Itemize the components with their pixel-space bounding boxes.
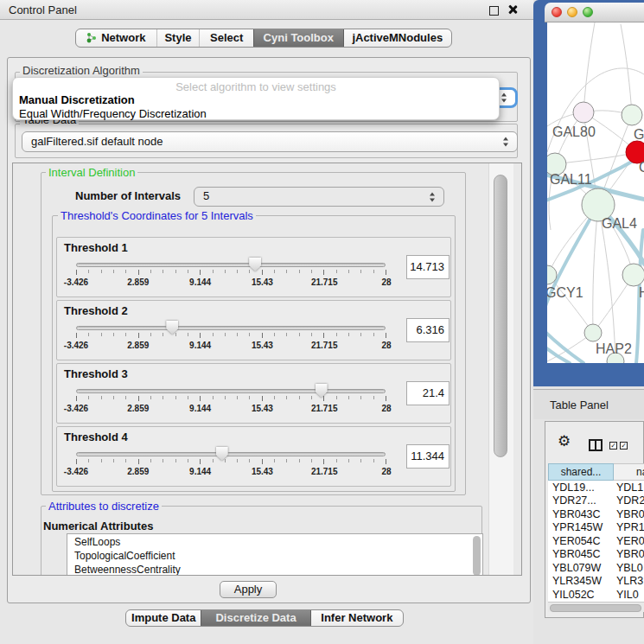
- attributes-group-title: Attributes to discretize: [46, 500, 162, 513]
- number-of-intervals-label: Number of Intervals: [75, 189, 181, 202]
- network-canvas[interactable]: GAL80 GAL C GAL11 GAL4 GCY1 H HAP2: [547, 22, 644, 363]
- table-row[interactable]: YER054CYER0: [548, 535, 644, 549]
- node-label: H: [639, 285, 644, 300]
- zoom-traffic-light-icon[interactable]: [583, 7, 593, 17]
- node-label: C: [639, 160, 644, 175]
- numerical-attributes-list[interactable]: SelfLoops TopologicalCoefficient Between…: [67, 533, 483, 576]
- threshold-3-label: Threshold 3: [64, 367, 128, 380]
- list-item[interactable]: BetweennessCentrality: [74, 564, 181, 576]
- threshold-2-value-field[interactable]: 6.316: [406, 318, 450, 342]
- threshold-1-slider[interactable]: [76, 258, 386, 274]
- number-of-intervals-value: 5: [203, 189, 209, 202]
- number-of-intervals-combobox[interactable]: 5: [194, 187, 444, 207]
- threshold-1-panel: Threshold 1 -3.426 2.859 9.144 15.43 21.…: [56, 237, 451, 297]
- threshold-2-panel: Threshold 2 -3.426 2.859 9.144 15.43 21.…: [56, 300, 451, 360]
- float-window-icon[interactable]: [489, 6, 499, 16]
- node-table: shared... na YDL19...YDL1 YDR27...YDR2 Y…: [548, 463, 644, 602]
- tab-infer-network[interactable]: Infer Network: [310, 610, 403, 626]
- tab-discretize-data[interactable]: Discretize Data: [201, 610, 309, 626]
- slider-scale: -3.426 2.859 9.144 15.43 21.715 28: [76, 341, 386, 351]
- node-label: HAP2: [596, 341, 632, 356]
- table-row[interactable]: YBR043CYBR0: [548, 508, 644, 522]
- column-header-name[interactable]: na: [614, 463, 644, 481]
- network-window-titlebar[interactable]: [545, 3, 644, 22]
- tab-cyni-toolbox[interactable]: Cyni Toolbox: [253, 29, 343, 47]
- tab-impute-data[interactable]: Impute Data: [126, 610, 201, 626]
- threshold-3-panel: Threshold 3 -3.426 2.859 9.144 15.43 21.…: [56, 363, 451, 424]
- slider-thumb[interactable]: [216, 447, 228, 461]
- table-data-combobox[interactable]: galFiltered.sif default node: [22, 131, 518, 152]
- network-view-window: GAL80 GAL C GAL11 GAL4 GCY1 H HAP2: [533, 0, 644, 386]
- settings-scroll-area: Interval Definition Number of Intervals …: [12, 163, 522, 576]
- tab-jactivemnodules[interactable]: jActiveMNodules: [343, 29, 451, 47]
- cyni-mode-tabs: Impute Data Discretize Data Infer Networ…: [125, 609, 404, 627]
- slider-track: [76, 263, 386, 267]
- threshold-4-slider[interactable]: [76, 448, 386, 463]
- node-label: GAL80: [552, 124, 596, 139]
- interval-definition-title: Interval Definition: [46, 166, 137, 179]
- tab-network[interactable]: Network: [76, 29, 156, 47]
- node-label: GAL11: [550, 172, 592, 187]
- control-panel: Control Panel Network Style Select Cyni …: [0, 0, 533, 644]
- dropdown-option-equal-width[interactable]: Equal Width/Frequency Discretization: [19, 107, 207, 120]
- node-label: GAL: [634, 127, 644, 142]
- slider-track: [76, 452, 386, 456]
- slider-track: [76, 389, 386, 393]
- combobox-arrows-icon: [503, 137, 509, 147]
- settings-scrollbar-thumb[interactable]: [494, 175, 507, 457]
- node-label: GCY1: [547, 285, 583, 300]
- split-view-icon[interactable]: [589, 439, 603, 451]
- table-row[interactable]: YIL052CYIL0: [548, 589, 644, 602]
- table-panel-title: Table Panel: [550, 399, 609, 411]
- table-hscrollbar-thumb[interactable]: [550, 604, 641, 612]
- table-hscrollbar-track[interactable]: [548, 602, 644, 612]
- panel-title: Control Panel: [9, 3, 77, 16]
- close-icon[interactable]: [507, 4, 518, 15]
- threshold-1-label: Threshold 1: [64, 241, 128, 254]
- tab-network-label: Network: [101, 31, 145, 44]
- control-panel-tabs: Network Style Select Cyni Toolbox jActiv…: [75, 29, 452, 48]
- threshold-1-value-field[interactable]: 14.713: [406, 255, 450, 279]
- threshold-2-slider[interactable]: [76, 322, 386, 337]
- threshold-3-slider[interactable]: [76, 385, 386, 400]
- table-row[interactable]: YDL19...YDL1: [548, 481, 644, 495]
- table-row[interactable]: YPR145WYPR1: [548, 521, 644, 535]
- apply-button[interactable]: Apply: [220, 581, 277, 598]
- dropdown-option-manual[interactable]: Manual Discretization: [19, 93, 135, 106]
- table-data-value: galFiltered.sif default node: [31, 135, 163, 148]
- list-item[interactable]: SelfLoops: [74, 536, 120, 548]
- slider-ticks: [76, 333, 386, 338]
- settings-scrollbar-track[interactable]: [488, 163, 513, 576]
- slider-thumb[interactable]: [249, 258, 261, 271]
- node-gal: [622, 105, 642, 125]
- threshold-4-value-field[interactable]: 11.344: [406, 444, 450, 469]
- table-row[interactable]: YDR27...YDR2: [548, 494, 644, 508]
- combobox-arrows-icon: [430, 192, 436, 201]
- slider-thumb[interactable]: [316, 384, 328, 398]
- column-header-shared-name[interactable]: shared...: [548, 463, 614, 481]
- tab-select[interactable]: Select: [199, 29, 253, 47]
- threshold-4-label: Threshold 4: [64, 430, 128, 443]
- tab-style[interactable]: Style: [156, 29, 200, 47]
- threshold-3-value-field[interactable]: 21.4: [406, 381, 450, 405]
- node-h: [622, 264, 644, 286]
- slider-ticks: [76, 270, 386, 275]
- table-row[interactable]: YLR345WYLR3: [548, 575, 644, 589]
- minimize-traffic-light-icon[interactable]: [567, 7, 577, 17]
- checkbox-icon[interactable]: ✓: [620, 442, 628, 450]
- gear-icon[interactable]: ⚙: [558, 434, 571, 449]
- cyni-toolbox-panel: Discretization Algorithm Table Data galF…: [7, 57, 531, 603]
- checkbox-icon[interactable]: ✓: [609, 442, 617, 450]
- list-item[interactable]: TopologicalCoefficient: [74, 550, 175, 562]
- node-label: GAL4: [602, 216, 637, 231]
- node-hap2: [584, 324, 602, 341]
- slider-thumb[interactable]: [166, 321, 178, 335]
- threshold-4-panel: Threshold 4 -3.426 2.859 9.144 15.43 21.…: [56, 426, 451, 487]
- close-traffic-light-icon[interactable]: [552, 7, 562, 17]
- right-region: GAL80 GAL C GAL11 GAL4 GCY1 H HAP2 Table…: [533, 0, 644, 644]
- control-panel-titlebar: Control Panel: [0, 0, 533, 20]
- list-scrollbar[interactable]: [473, 536, 481, 576]
- table-row[interactable]: YBR045CYBR0: [548, 548, 644, 562]
- table-row[interactable]: YBL079WYBL0: [548, 562, 644, 576]
- slider-scale: -3.426 2.859 9.144 15.43 21.715 28: [76, 277, 386, 288]
